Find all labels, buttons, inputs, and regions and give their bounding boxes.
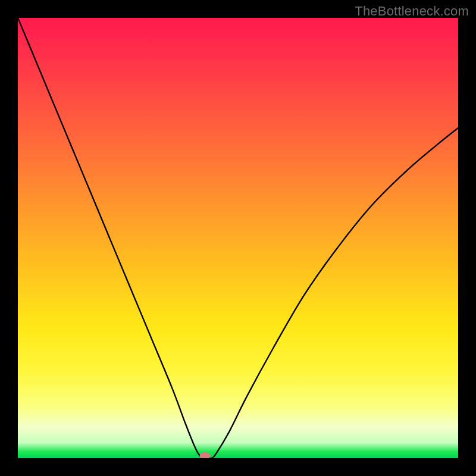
chart-frame: TheBottleneck.com xyxy=(0,0,476,476)
min-marker xyxy=(200,452,211,458)
curve-svg xyxy=(18,18,458,458)
bottleneck-curve-path xyxy=(18,18,458,458)
watermark-text: TheBottleneck.com xyxy=(355,4,469,19)
plot-area xyxy=(18,18,458,458)
